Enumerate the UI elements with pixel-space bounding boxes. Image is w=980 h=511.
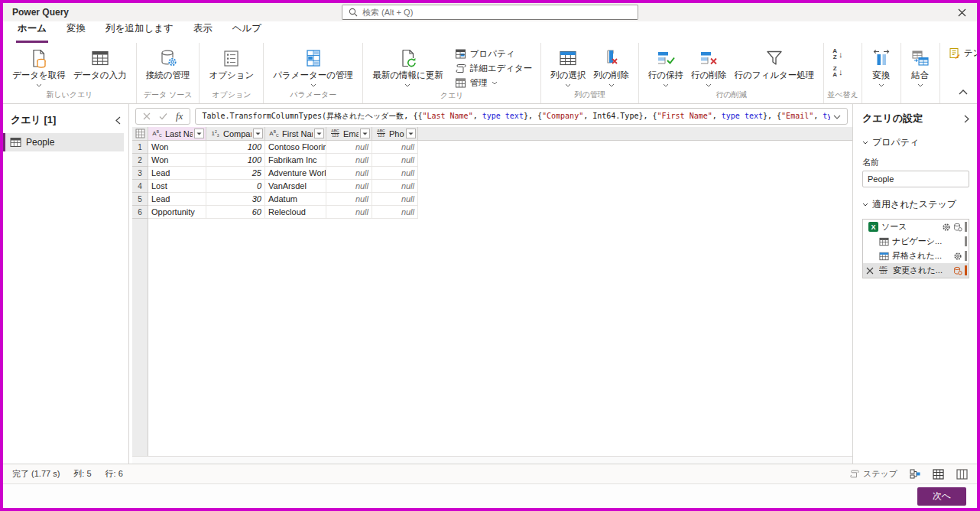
row-number[interactable]: 4: [132, 180, 148, 193]
collapse-queries-pane-button[interactable]: [115, 116, 121, 125]
applied-steps-section-toggle[interactable]: 適用されたステップ: [862, 198, 969, 211]
step-source[interactable]: X ソース: [863, 220, 969, 234]
tab-add-column[interactable]: 列を追加します: [104, 18, 175, 43]
row-number[interactable]: 1: [132, 141, 148, 154]
cell[interactable]: null: [372, 193, 418, 206]
row-number[interactable]: 2: [132, 154, 148, 167]
step-promoted-headers[interactable]: 昇格された...: [863, 249, 969, 263]
horizontal-scrollbar[interactable]: [132, 456, 852, 464]
filter-dropdown-button[interactable]: [406, 129, 416, 138]
cell[interactable]: null: [326, 206, 372, 219]
step-changed-type[interactable]: ABC123 変更された...: [863, 263, 969, 278]
diagram-view-icon: [910, 469, 920, 479]
cell[interactable]: Won: [148, 154, 206, 167]
delete-step-icon[interactable]: [866, 267, 874, 275]
cell[interactable]: null: [372, 206, 418, 219]
cell[interactable]: 60: [206, 206, 265, 219]
query-name-input[interactable]: [862, 171, 969, 187]
manage-query-button[interactable]: 管理: [452, 76, 501, 90]
sort-ascending-button[interactable]: AZ ↓: [832, 48, 842, 60]
cell[interactable]: null: [326, 141, 372, 154]
column-header-phone[interactable]: ABC123 Phone: [372, 127, 418, 141]
properties-button[interactable]: プロパティ: [452, 47, 518, 61]
cell[interactable]: Lead: [148, 167, 206, 180]
diagram-view-button[interactable]: [910, 469, 920, 479]
cell[interactable]: null: [372, 154, 418, 167]
row-number[interactable]: 6: [132, 206, 148, 219]
row-number[interactable]: 5: [132, 193, 148, 206]
sort-descending-button[interactable]: ZA ↓: [832, 66, 842, 78]
collapse-settings-pane-button[interactable]: [964, 115, 969, 123]
search-input[interactable]: [362, 8, 631, 17]
advanced-editor-button[interactable]: 詳細エディター: [452, 61, 536, 76]
tab-home[interactable]: ホーム: [16, 18, 48, 43]
cell[interactable]: Contoso Flooring: [265, 141, 326, 154]
cell[interactable]: null: [326, 167, 372, 180]
filter-dropdown-button[interactable]: [253, 129, 263, 138]
gear-icon[interactable]: [942, 223, 951, 232]
keep-rows-button[interactable]: 行の保持: [644, 46, 687, 89]
enter-data-button[interactable]: データの入力: [70, 46, 131, 80]
cell[interactable]: VanArsdel: [265, 180, 326, 193]
properties-section-toggle[interactable]: プロパティ: [862, 136, 969, 149]
cell[interactable]: 100: [206, 141, 265, 154]
cancel-formula-icon[interactable]: [143, 112, 151, 120]
tab-transform[interactable]: 変換: [65, 18, 87, 43]
column-header-first-name[interactable]: ABC First Name: [265, 127, 326, 141]
options-button[interactable]: オプション: [205, 46, 258, 80]
close-button[interactable]: [956, 7, 968, 18]
collapse-ribbon-button[interactable]: [959, 86, 968, 97]
schema-view-button[interactable]: [956, 469, 968, 480]
cell[interactable]: 30: [206, 193, 265, 206]
column-header-email[interactable]: ABC123 Email: [326, 127, 372, 141]
refresh-button[interactable]: 最新の情報に更新: [368, 46, 447, 89]
query-list-item-people[interactable]: People: [3, 133, 124, 151]
expand-formula-icon[interactable]: [833, 112, 841, 121]
cell[interactable]: Lead: [148, 193, 206, 206]
cell[interactable]: null: [372, 180, 418, 193]
cell[interactable]: Won: [148, 141, 206, 154]
table-row: 1 Won 100 Contoso Flooring null null: [132, 141, 852, 154]
gear-icon[interactable]: [953, 252, 962, 261]
choose-columns-button[interactable]: 列の選択: [547, 46, 589, 89]
combine-button[interactable]: 結合: [907, 46, 934, 89]
data-view-button[interactable]: [933, 469, 944, 480]
formula-input[interactable]: Table.TransformColumnTypes(昇格されたヘッダー数, {…: [195, 108, 848, 125]
cell[interactable]: Opportunity: [148, 206, 206, 219]
select-all-button[interactable]: [132, 127, 148, 141]
next-button[interactable]: 次へ: [917, 487, 966, 506]
remove-rows-button[interactable]: 行の削除: [687, 46, 730, 89]
cell[interactable]: null: [372, 141, 418, 154]
cell[interactable]: Adventure Works: [265, 167, 326, 180]
manage-parameters-button[interactable]: パラメーターの管理: [269, 46, 357, 89]
cell[interactable]: 100: [206, 154, 265, 167]
export-template-button[interactable]: テンプレートのエクスポート: [946, 46, 980, 60]
cell[interactable]: 0: [206, 180, 265, 193]
commit-formula-icon[interactable]: [159, 112, 167, 120]
cell[interactable]: Relecloud: [265, 206, 326, 219]
steps-button[interactable]: ステップ: [849, 468, 897, 480]
filter-rows-button[interactable]: 行のフィルター処理: [730, 46, 818, 80]
transform-button[interactable]: 変換: [868, 46, 895, 89]
step-navigation[interactable]: ナビゲーシ...: [863, 234, 969, 249]
remove-columns-button[interactable]: 列の削除: [590, 46, 633, 89]
cell[interactable]: null: [326, 154, 372, 167]
cell[interactable]: null: [372, 167, 418, 180]
filter-dropdown-button[interactable]: [194, 129, 204, 138]
manage-connections-button[interactable]: 接続の管理: [142, 46, 194, 80]
column-header-last-name[interactable]: ABC Last Name: [148, 127, 206, 141]
tab-help[interactable]: ヘルプ: [231, 18, 263, 43]
get-data-button[interactable]: データを取得: [8, 46, 70, 89]
cell[interactable]: 25: [206, 167, 265, 180]
column-header-company[interactable]: 123 Company: [206, 127, 265, 141]
row-number[interactable]: 3: [132, 167, 148, 180]
cell[interactable]: null: [326, 193, 372, 206]
tab-view[interactable]: 表示: [192, 18, 214, 43]
cell[interactable]: Fabrikam Inc: [265, 154, 326, 167]
filter-dropdown-button[interactable]: [360, 129, 370, 138]
cell[interactable]: null: [326, 180, 372, 193]
cell[interactable]: Lost: [148, 180, 206, 193]
filter-dropdown-button[interactable]: [314, 129, 324, 138]
cell[interactable]: Adatum: [265, 193, 326, 206]
search-box[interactable]: [342, 5, 638, 20]
